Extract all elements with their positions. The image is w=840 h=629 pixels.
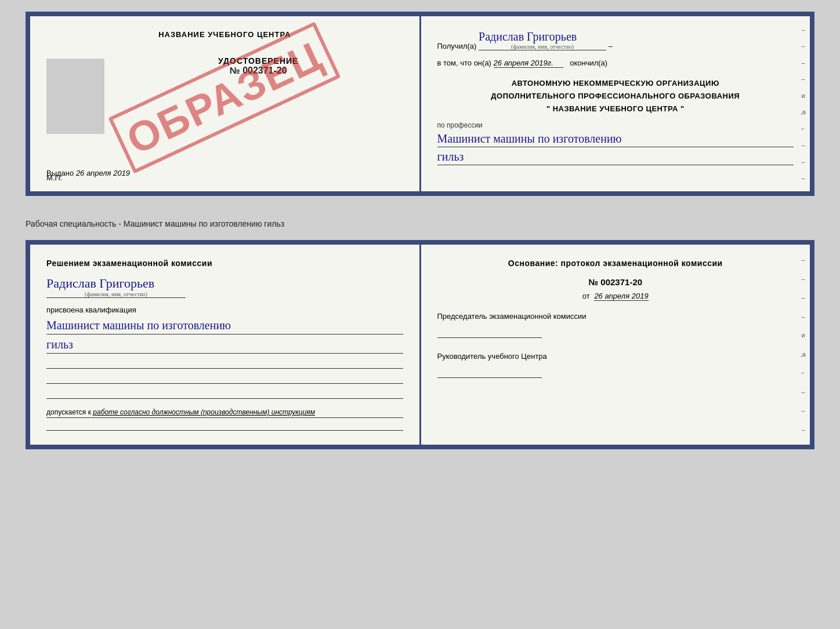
top-doc-right: Получил(а) Радислав Григорьев (фамилия, … bbox=[421, 16, 810, 191]
edge-mark-2: – bbox=[801, 42, 805, 49]
bottom-doc-right: Основание: протокол экзаменационной коми… bbox=[421, 245, 810, 445]
person-name-block: Радислав Григорьев (фамилия, имя, отчест… bbox=[46, 276, 403, 299]
edge-mark-b10: – bbox=[801, 426, 805, 433]
vydano-date: 26 апреля 2019 bbox=[76, 169, 130, 177]
edge-mark-b5: и bbox=[801, 332, 805, 339]
edge-mark-b8: – bbox=[801, 388, 805, 395]
edge-mark-9: – bbox=[801, 158, 805, 165]
protocol-number: № 002371-20 bbox=[437, 277, 794, 287]
edge-mark-4: – bbox=[801, 75, 805, 82]
profession-line2: гильз bbox=[437, 148, 794, 165]
top-doc-left: НАЗВАНИЕ УЧЕБНОГО ЦЕНТРА УДОСТОВЕРЕНИЕ №… bbox=[30, 16, 421, 191]
poluchil-prefix: Получил(а) bbox=[437, 42, 477, 50]
edge-mark-6: ‚а bbox=[801, 108, 806, 115]
photo-placeholder bbox=[46, 59, 104, 134]
ot-date-val: 26 апреля 2019 bbox=[594, 292, 648, 301]
edge-mark-8: – bbox=[801, 141, 805, 148]
empty-line-1 bbox=[46, 359, 403, 369]
edge-mark-b7: ← bbox=[800, 369, 806, 376]
empty-line-2 bbox=[46, 375, 403, 384]
edge-mark-b3: – bbox=[801, 294, 805, 301]
edge-mark-7: ← bbox=[800, 125, 806, 132]
edge-mark-b2: – bbox=[801, 275, 805, 282]
edge-mark-5: и bbox=[801, 92, 805, 99]
osnovanie-title: Основание: протокол экзаменационной коми… bbox=[437, 259, 794, 268]
edge-mark-b4: – bbox=[801, 313, 805, 320]
kvalifikaciya-line1: Машинист машины по изготовлению bbox=[46, 317, 403, 335]
dopuskaetsya-prefix: допускается к bbox=[46, 408, 91, 416]
rukovoditel-sig-line bbox=[437, 366, 542, 378]
vtom-date: 26 апреля 2019г. bbox=[494, 59, 563, 68]
dopuskaetsya-line-extra bbox=[46, 421, 403, 431]
edge-mark-b1: – bbox=[801, 256, 805, 263]
org-line2: ДОПОЛНИТЕЛЬНОГО ПРОФЕССИОНАЛЬНОГО ОБРАЗО… bbox=[437, 90, 794, 103]
person-name-bottom: Радислав Григорьев (фамилия, имя, отчест… bbox=[46, 276, 186, 298]
person-sub: (фамилия, имя, отчество) bbox=[46, 291, 186, 297]
vtom-line: в том, что он(а) 26 апреля 2019г. окончи… bbox=[437, 59, 794, 68]
vtom-prefix: в том, что он(а) bbox=[437, 59, 491, 67]
dopuskaetsya-line: допускается к работе согласно должностны… bbox=[46, 408, 403, 418]
kvalifikaciya-line2: гильз bbox=[46, 336, 403, 354]
prisvoena-label: присвоена квалификация bbox=[46, 306, 403, 314]
rukovoditel-label: Руководитель учебного Центра bbox=[437, 352, 794, 361]
empty-line-3 bbox=[46, 390, 403, 399]
specialty-label: Рабочая специальность - Машинист машины … bbox=[26, 214, 814, 233]
top-document: НАЗВАНИЕ УЧЕБНОГО ЦЕНТРА УДОСТОВЕРЕНИЕ №… bbox=[26, 12, 814, 196]
predsedatel-sig-line bbox=[437, 326, 542, 338]
org-name: " НАЗВАНИЕ УЧЕБНОГО ЦЕНТРА " bbox=[437, 103, 794, 115]
vydano-line: Выдано 26 апреля 2019 bbox=[46, 169, 403, 177]
ot-date: от 26 апреля 2019 bbox=[437, 292, 794, 300]
edge-mark-b6: ‚а bbox=[801, 351, 806, 358]
org-block: АВТОНОМНУЮ НЕКОММЕРЧЕСКУЮ ОРГАНИЗАЦИЮ ДО… bbox=[437, 77, 794, 115]
bottom-doc-left: Решением экзаменационной комиссии Радисл… bbox=[30, 245, 421, 445]
ot-label: от bbox=[582, 292, 590, 300]
edge-mark-3: – bbox=[801, 59, 805, 66]
predsedatel-label: Председатель экзаменационной комиссии bbox=[437, 312, 794, 321]
bottom-document: Решением экзаменационной комиссии Радисл… bbox=[26, 240, 814, 449]
edge-mark-10: – bbox=[801, 174, 805, 181]
dopuskaetsya-text: работе согласно должностным (производств… bbox=[93, 408, 315, 416]
poluchil-line: Получил(а) Радислав Григорьев (фамилия, … bbox=[437, 30, 794, 50]
vtom-suffix: окончил(а) bbox=[570, 59, 607, 67]
resheniem-title: Решением экзаменационной комиссии bbox=[46, 259, 403, 268]
top-left-title: НАЗВАНИЕ УЧЕБНОГО ЦЕНТРА bbox=[46, 30, 403, 39]
po-professii-label: по профессии bbox=[437, 121, 794, 129]
mp-label: М.П. bbox=[46, 173, 62, 182]
poluchil-sub: (фамилия, имя, отчество) bbox=[479, 43, 606, 50]
poluchil-name: Радислав Григорьев (фамилия, имя, отчест… bbox=[479, 30, 606, 50]
edge-mark-b9: – bbox=[801, 407, 805, 414]
org-line1: АВТОНОМНУЮ НЕКОММЕРЧЕСКУЮ ОРГАНИЗАЦИЮ bbox=[437, 77, 794, 90]
edge-mark-1: – bbox=[801, 26, 805, 33]
profession-line1: Машинист машины по изготовлению bbox=[437, 130, 794, 147]
predsedatel-block: Председатель экзаменационной комиссии bbox=[437, 312, 794, 338]
rukovoditel-block: Руководитель учебного Центра bbox=[437, 352, 794, 378]
obrazec-stamp: ОБРАЗЕЦ bbox=[108, 21, 341, 173]
